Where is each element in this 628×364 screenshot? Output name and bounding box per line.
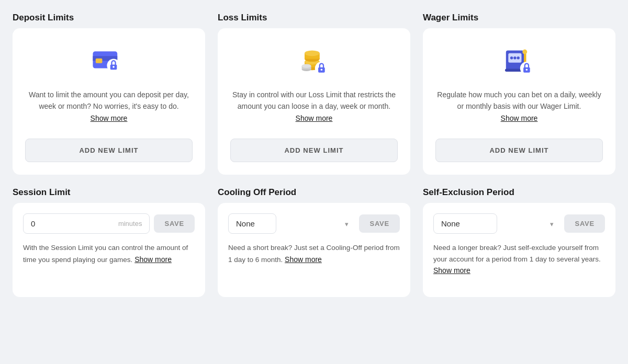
self-exclusion-section-title: Self-Exclusion Period [423, 187, 615, 198]
self-exclusion-dropdown[interactable]: None 1 day 7 days 1 month 6 months 1 yea… [433, 213, 497, 234]
session-description: With the Session Limit you can control t… [23, 242, 195, 265]
session-input-row: minutes SAVE [23, 213, 195, 234]
self-exclusion-save-button[interactable]: SAVE [564, 214, 605, 233]
deposit-card: Want to limit the amount you can deposit… [13, 28, 205, 175]
svg-point-11 [305, 50, 320, 56]
self-exclusion-show-more[interactable]: Show more [433, 266, 470, 275]
self-exclusion-description: Need a longer break? Just self-exclude y… [433, 242, 605, 277]
wager-show-more[interactable]: Show more [501, 114, 538, 122]
cooling-card: None 1 day 3 days 1 week 1 month 3 month… [218, 203, 410, 297]
loss-description: Stay in control with our Loss Limit that… [230, 89, 398, 128]
session-input[interactable] [31, 219, 52, 228]
svg-rect-2 [96, 59, 103, 63]
loss-icon [230, 43, 398, 81]
loss-card: Stay in control with our Loss Limit that… [218, 28, 410, 175]
self-exclusion-dropdown-wrap: None 1 day 7 days 1 month 6 months 1 yea… [433, 213, 560, 234]
cooling-dropdown-wrap: None 1 day 3 days 1 week 1 month 3 month… [228, 213, 355, 234]
wager-description: Regulate how much you can bet on a daily… [435, 89, 603, 128]
cooling-dropdown-row: None 1 day 3 days 1 week 1 month 3 month… [228, 213, 400, 234]
loss-show-more[interactable]: Show more [296, 114, 333, 122]
cooling-chevron-icon: ▾ [345, 220, 349, 228]
cooling-section-title: Cooling Off Period [218, 187, 410, 198]
session-save-button[interactable]: SAVE [154, 214, 195, 233]
svg-point-28 [526, 69, 528, 71]
cooling-description: Need a short break? Just set a Cooling-O… [228, 242, 400, 265]
session-input-wrap: minutes [23, 213, 150, 234]
cooling-save-button[interactable]: SAVE [359, 214, 400, 233]
svg-point-17 [321, 69, 323, 71]
svg-point-14 [302, 64, 311, 68]
loss-section-title: Loss Limits [218, 13, 410, 23]
session-show-more[interactable]: Show more [134, 255, 172, 264]
wager-icon [435, 43, 603, 81]
cooling-show-more[interactable]: Show more [285, 255, 322, 264]
svg-point-20 [510, 56, 513, 59]
svg-point-21 [513, 56, 516, 59]
deposit-description: Want to limit the amount you can deposit… [25, 89, 193, 128]
session-card: minutes SAVE With the Session Limit you … [13, 203, 205, 297]
wager-add-limit-button[interactable]: ADD NEW LIMIT [435, 139, 603, 162]
self-exclusion-chevron-icon: ▾ [550, 220, 554, 228]
deposit-show-more[interactable]: Show more [91, 114, 128, 122]
self-exclusion-card: None 1 day 7 days 1 month 6 months 1 yea… [423, 203, 615, 297]
wager-card: Regulate how much you can bet on a daily… [423, 28, 615, 175]
cooling-dropdown[interactable]: None 1 day 3 days 1 week 1 month 3 month… [228, 213, 276, 234]
session-section-title: Session Limit [13, 187, 205, 198]
deposit-section-title: Deposit Limits [13, 13, 205, 23]
session-minutes-label: minutes [118, 220, 142, 228]
loss-add-limit-button[interactable]: ADD NEW LIMIT [230, 139, 398, 162]
self-exclusion-dropdown-row: None 1 day 7 days 1 month 6 months 1 yea… [433, 213, 605, 234]
wager-section-title: Wager Limits [423, 13, 615, 23]
svg-point-22 [517, 56, 520, 59]
deposit-add-limit-button[interactable]: ADD NEW LIMIT [25, 139, 193, 162]
deposit-icon [25, 43, 193, 81]
svg-point-5 [113, 66, 115, 68]
svg-point-24 [522, 50, 527, 54]
